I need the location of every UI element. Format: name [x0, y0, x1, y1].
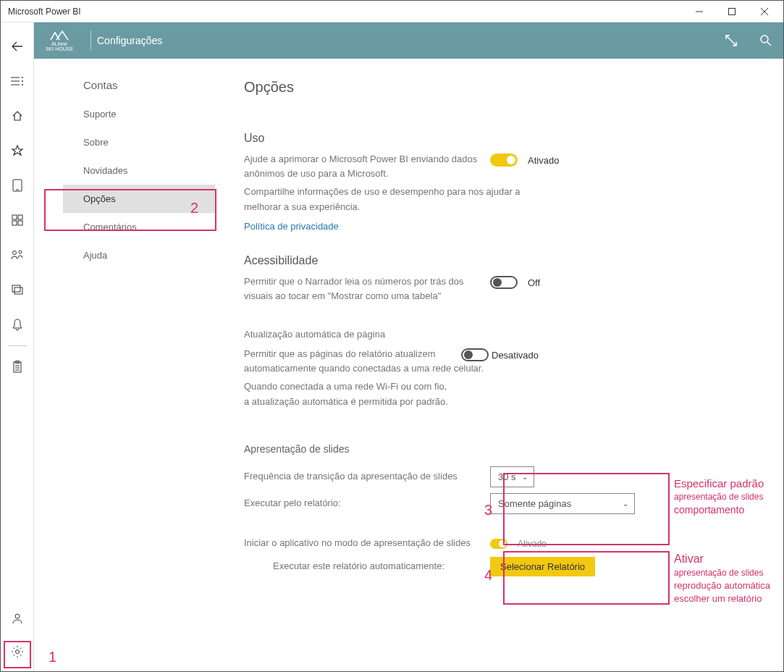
slideshow-autorun-label: Executar este relatório automaticamente:: [244, 559, 490, 574]
svg-point-8: [22, 80, 23, 82]
svg-line-29: [767, 42, 771, 46]
svg-point-28: [761, 35, 768, 43]
sidenav-item-whatsnew[interactable]: Novidades: [63, 156, 215, 185]
section-usage-title: Uso: [244, 132, 783, 145]
menu-icon[interactable]: [1, 64, 34, 98]
section-accessibility-title: Acessibilidade: [244, 254, 783, 267]
section-slideshow-title: Apresentação de slides: [244, 443, 783, 455]
annotation-box-4: [503, 551, 670, 605]
annotation-number-3: 3: [484, 502, 492, 518]
slideshow-freq-label: Frequência de transição da apresentação …: [244, 469, 490, 484]
window-maximize-button[interactable]: [715, 1, 748, 22]
sidenav-item-help[interactable]: Ajuda: [63, 241, 215, 269]
app-header: ALinne SKI HOUSE Configurações: [34, 22, 783, 59]
svg-point-9: [22, 84, 23, 85]
clipboard-icon[interactable]: [1, 350, 34, 384]
svg-point-16: [12, 251, 16, 255]
privacy-link[interactable]: Política de privacidade: [244, 221, 339, 232]
search-button[interactable]: [749, 22, 783, 59]
app-title: Microsoft Power BI: [8, 7, 683, 17]
fullscreen-button[interactable]: [714, 22, 749, 59]
svg-rect-20: [14, 362, 21, 372]
svg-rect-14: [12, 221, 17, 225]
notifications-icon[interactable]: [1, 308, 34, 341]
page-title: Opções: [244, 79, 783, 96]
favorites-icon[interactable]: [1, 134, 34, 167]
svg-rect-18: [12, 285, 20, 292]
svg-line-27: [726, 35, 736, 46]
autorefresh-label: Permitir que as páginas do relatório atu…: [244, 347, 490, 375]
accessibility-label: Permitir que o Narrador leia os números …: [244, 274, 490, 303]
nav-rail: [1, 22, 34, 671]
sidenav-item-about[interactable]: Sobre: [63, 128, 215, 156]
window-close-button[interactable]: [748, 1, 780, 22]
app-logo: ALinne SKI HOUSE: [34, 30, 85, 51]
annotation-number-2: 2: [190, 200, 198, 217]
home-icon[interactable]: [1, 99, 34, 133]
autorefresh-state: Desativado: [492, 350, 539, 361]
svg-rect-15: [18, 221, 22, 225]
shared-icon[interactable]: [1, 238, 34, 272]
breadcrumb: Configurações: [97, 35, 162, 46]
usage-label: Ajude a aprimorar o Microsoft Power BI e…: [244, 152, 490, 180]
svg-rect-13: [18, 215, 22, 219]
annotation-box-1: [4, 641, 31, 668]
svg-rect-19: [14, 287, 22, 294]
window-titlebar: Microsoft Power BI: [1, 1, 783, 22]
svg-rect-12: [12, 215, 17, 219]
workspace-icon[interactable]: [1, 273, 34, 306]
back-button[interactable]: [1, 30, 34, 63]
window-minimize-button[interactable]: [683, 1, 715, 22]
annotation-number-1: 1: [49, 649, 56, 665]
apps-icon[interactable]: [1, 203, 34, 237]
svg-rect-1: [728, 8, 735, 14]
usage-note: Compartilhe informações de uso e desempe…: [244, 185, 534, 215]
svg-point-17: [19, 251, 22, 253]
account-icon[interactable]: [1, 602, 34, 635]
device-icon[interactable]: [1, 169, 34, 202]
section-autorefresh-title: Atualização automática de página: [244, 329, 783, 340]
usage-state: Ativado: [528, 155, 559, 166]
settings-sidenav: Contas Suporte Sobre Novidades Opções Co…: [34, 79, 215, 671]
accessibility-state: Off: [528, 277, 540, 288]
autorefresh-toggle[interactable]: [461, 348, 489, 361]
annotation-box-3: [503, 473, 670, 545]
svg-point-7: [22, 77, 23, 78]
annotation-text-3: Especificar padrão apresentação de slide…: [674, 476, 764, 517]
svg-point-25: [15, 614, 20, 618]
sidenav-heading: Contas: [83, 79, 215, 91]
slideshow-run-label: Executar pelo relatório:: [244, 496, 490, 511]
slideshow-start-label: Iniciar o aplicativo no modo de apresent…: [244, 536, 490, 550]
accessibility-toggle[interactable]: [490, 276, 518, 289]
sidenav-item-support[interactable]: Suporte: [63, 100, 215, 128]
annotation-number-4: 4: [484, 567, 492, 584]
annotation-text-4: Ativar apresentação de slides reprodução…: [674, 551, 770, 606]
usage-toggle[interactable]: [490, 154, 518, 167]
